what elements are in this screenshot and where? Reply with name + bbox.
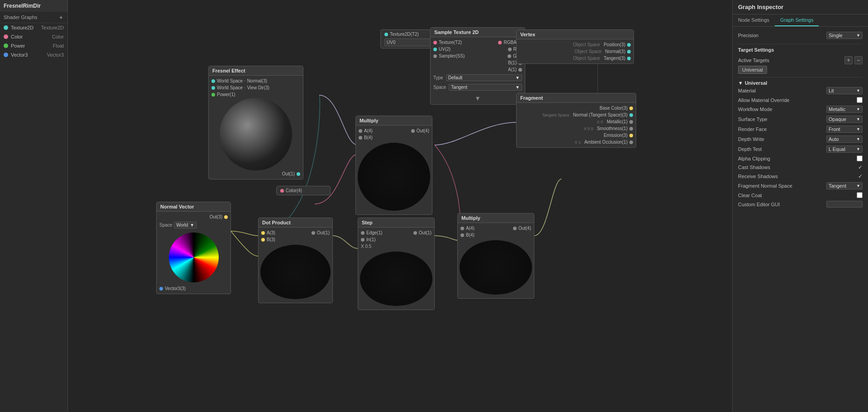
dot-product-node: Dot Product A(3) Out(1) B(3) xyxy=(258,218,333,303)
color-wheel xyxy=(169,233,219,282)
material-value[interactable]: Lit ▼ xyxy=(826,87,863,94)
left-panel: FresnelRimDir Shader Graphs + Texture2D … xyxy=(0,0,68,412)
vector3-label: Vector3 xyxy=(11,52,28,58)
sample-space-row[interactable]: Space Tangent▼ xyxy=(431,82,525,92)
sample-texture-port[interactable]: Texture(T2) RGBA(4) xyxy=(431,39,525,46)
fragment-metallic-port[interactable]: Metallic(1) X 0 xyxy=(517,118,636,125)
dot-a-port[interactable]: A(3) Out(1) xyxy=(259,229,332,236)
multiply2-b-port[interactable]: B(4) xyxy=(458,232,534,238)
property-vector3[interactable]: Vector3 Vector3 xyxy=(0,50,67,59)
tab-node-settings[interactable]: Node Settings xyxy=(733,15,775,26)
vector3-type: Vector3 xyxy=(47,52,64,58)
vertex-normal-port[interactable]: Normal(3) Object Space xyxy=(517,48,633,55)
add-property-button[interactable]: + xyxy=(58,14,64,21)
surface-type-label: Surface Type xyxy=(738,116,767,122)
normal-vector-out-port[interactable]: Out(3) xyxy=(157,213,230,220)
fresnel-effect-node: Fresnel Effect World Space · Normal(3) W… xyxy=(208,66,303,179)
custom-editor-gui-input[interactable] xyxy=(826,201,863,208)
dot-product-title: Dot Product xyxy=(259,218,332,228)
sample-sampler-port[interactable]: Sampler(SS) G(1) xyxy=(431,53,525,59)
vertex-position-port[interactable]: Position(3) Object Space xyxy=(517,41,633,48)
color-dot xyxy=(4,34,8,39)
multiply1-preview xyxy=(358,143,430,211)
universal-settings-section: ▼ Universal Material Lit ▼ Allow Materia… xyxy=(738,77,863,209)
normal-space-row[interactable]: Space World▼ xyxy=(157,220,230,230)
fresnel-out-port[interactable]: Out(1) xyxy=(209,170,303,177)
remove-target-button[interactable]: − xyxy=(854,56,863,64)
texture2d-type: Texture2D xyxy=(41,25,64,30)
universal-section-title[interactable]: ▼ Universal xyxy=(738,80,863,86)
color-input-node: Color(4) xyxy=(276,186,331,195)
graph-inspector-title: Graph Inspector xyxy=(733,0,868,15)
vector3-dot xyxy=(4,53,8,57)
sample-a-port[interactable]: A(1) xyxy=(431,66,525,73)
cast-shadows-check: ✓ xyxy=(858,164,863,170)
canvas-area[interactable]: Fresnel Effect World Space · Normal(3) W… xyxy=(68,0,732,412)
normal-vector-node: Normal Vector Out(3) Space World▼ Vector… xyxy=(156,202,231,294)
sample-uv-port[interactable]: UV(2) R(1) xyxy=(431,46,525,53)
surface-type-value[interactable]: Opaque ▼ xyxy=(826,116,863,123)
property-color[interactable]: Color Color xyxy=(0,32,67,41)
add-target-button[interactable]: + xyxy=(844,56,853,64)
fragment-smoothness-port[interactable]: Smoothness(1) X 0.5 xyxy=(517,125,636,132)
property-power[interactable]: Power Float xyxy=(0,41,67,50)
normal-vector-input-port[interactable]: Vector3(3) xyxy=(157,285,230,292)
depth-write-row: Depth Write Auto ▼ xyxy=(738,134,863,144)
fragment-normal-space-row: Fragment Normal Space Tangent ▼ xyxy=(738,181,863,191)
vertex-node: Vertex Position(3) Object Space Normal(3… xyxy=(516,29,634,64)
power-port-dot xyxy=(211,93,215,97)
fresnel-normal-port[interactable]: World Space · Normal(3) xyxy=(209,78,303,84)
workflow-mode-value[interactable]: Metallic ▼ xyxy=(826,106,863,113)
material-row: Material Lit ▼ xyxy=(738,86,863,96)
multiply1-a-port[interactable]: A(4) Out(4) xyxy=(356,127,432,134)
depth-test-value[interactable]: L Equal ▼ xyxy=(826,145,863,153)
fragment-emission-port[interactable]: Emission(3) xyxy=(517,132,636,139)
fragment-normal-port[interactable]: Normal (Tangent Space)(3) Tangent Space xyxy=(517,111,636,118)
multiply2-title: Multiply xyxy=(458,213,534,223)
allow-material-override-checkbox[interactable] xyxy=(857,97,863,103)
shader-graphs-label: Shader Graphs xyxy=(4,15,38,20)
universal-tag-row: Universal xyxy=(738,66,863,73)
render-face-value[interactable]: Front ▼ xyxy=(826,126,863,133)
render-face-row: Render Face Front ▼ xyxy=(738,124,863,134)
shader-title-bar: FresnelRimDir xyxy=(0,0,67,12)
step-edge-value[interactable]: X 0.5 xyxy=(358,243,434,250)
fragment-basecolor-port[interactable]: Base Color(3) xyxy=(517,105,636,111)
tab-graph-settings[interactable]: Graph Settings xyxy=(775,15,819,26)
target-settings-section: Target Settings Active Targets + − Unive… xyxy=(738,44,863,73)
sample-texture-node: Sample Texture 2D Texture(T2) RGBA(4) UV… xyxy=(430,27,525,105)
vertex-tangent-port[interactable]: Tangent(3) Object Space xyxy=(517,55,633,62)
workflow-mode-row: Workflow Mode Metallic ▼ xyxy=(738,104,863,114)
step-node: Step Edge(1) Out(1) In(1) X 0.5 xyxy=(358,218,435,310)
normal-vector-title: Normal Vector xyxy=(157,202,230,212)
sample-expand-icon[interactable]: ▾ xyxy=(476,94,480,102)
universal-label: Universal xyxy=(745,80,767,86)
fragment-normal-space-value[interactable]: Tangent ▼ xyxy=(826,182,863,189)
sample-type-row[interactable]: Type Default▼ xyxy=(431,73,525,82)
workflow-mode-label: Workflow Mode xyxy=(738,107,772,112)
precision-value[interactable]: Single ▼ xyxy=(826,32,863,39)
property-texture2d[interactable]: Texture2D Texture2D xyxy=(0,23,67,32)
dot-b-port[interactable]: B(3) xyxy=(259,236,332,243)
multiply1-b-port[interactable]: B(4) xyxy=(356,134,432,141)
step-edge-port[interactable]: Edge(1) Out(1) xyxy=(358,229,434,236)
power-type: Float xyxy=(53,43,64,48)
step-in-port[interactable]: In(1) xyxy=(358,236,434,243)
fresnel-power-port[interactable]: Power(1) xyxy=(209,91,303,98)
alpha-clipping-checkbox[interactable] xyxy=(857,155,863,161)
multiply2-a-port[interactable]: A(4) Out(4) xyxy=(458,225,534,232)
texture2d-label: Texture2D xyxy=(11,25,34,30)
inspector-body: Precision Single ▼ Target Settings Activ… xyxy=(733,27,868,412)
universal-tag[interactable]: Universal xyxy=(738,66,767,74)
shader-title: FresnelRimDir xyxy=(4,3,41,9)
clear-coat-checkbox[interactable] xyxy=(857,192,863,198)
precision-row: Precision Single ▼ xyxy=(738,30,863,40)
sample-b-port[interactable]: B(1) xyxy=(431,59,525,66)
cast-shadows-label: Cast Shadows xyxy=(738,165,770,170)
clear-coat-row: Clear Coat xyxy=(738,191,863,199)
fresnel-viewdir-port[interactable]: World Space · View Dir(3) xyxy=(209,84,303,91)
step-preview xyxy=(360,252,432,306)
fragment-ao-port[interactable]: Ambient Occlusion(1) X 1 xyxy=(517,139,636,145)
depth-write-value[interactable]: Auto ▼ xyxy=(826,136,863,143)
color-port[interactable]: Color(4) xyxy=(280,188,326,193)
